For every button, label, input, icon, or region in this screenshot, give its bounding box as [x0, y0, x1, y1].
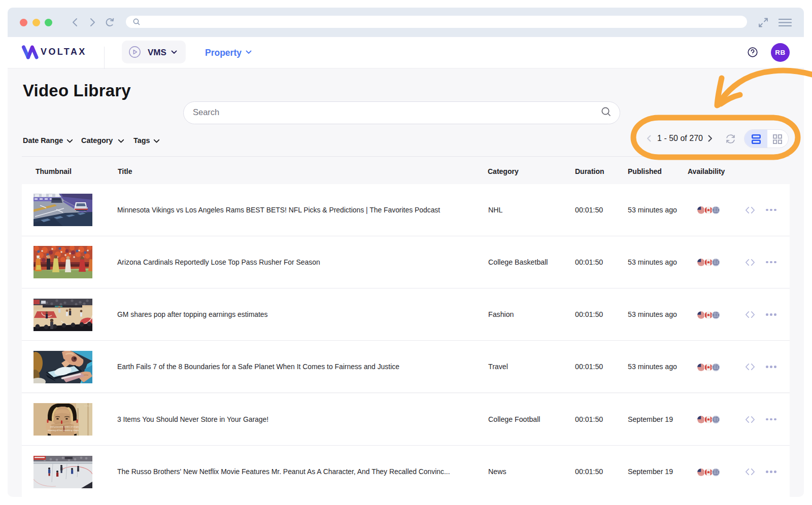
svg-text:showing all her modeling chops: showing all her modeling chops,: [48, 429, 79, 431]
svg-text:and peasants series of snaps: and peasants series of snaps: [50, 425, 79, 428]
svg-text:VOGUE: VOGUE: [84, 405, 91, 407]
